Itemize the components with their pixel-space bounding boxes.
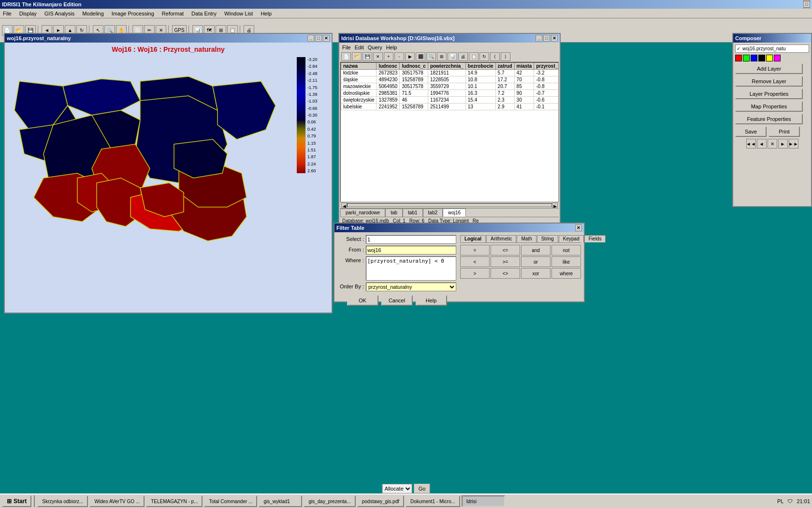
col-bezrobocie[interactable]: bezrobocie bbox=[465, 63, 495, 70]
tab-tab2[interactable]: tab2 bbox=[423, 209, 443, 217]
table-row[interactable]: śląskie489423015258789122850510.817.270-… bbox=[341, 76, 559, 83]
db-save[interactable]: 💾 bbox=[362, 52, 372, 61]
start-button[interactable]: ⊞ Start bbox=[2, 495, 31, 507]
filter-btn-and[interactable]: and bbox=[521, 245, 551, 255]
filter-btn-xor[interactable]: xor bbox=[521, 268, 551, 279]
col-miasta[interactable]: miasta bbox=[514, 63, 534, 70]
col-ludnosc[interactable]: ludnosc bbox=[377, 63, 400, 70]
nav-last[interactable]: ►► bbox=[789, 139, 798, 149]
db-menu-file[interactable]: File bbox=[342, 45, 351, 50]
db-hscrollbar[interactable]: ◄ ► bbox=[340, 202, 559, 208]
nav-next[interactable]: ► bbox=[778, 139, 788, 149]
filter-close[interactable]: ✕ bbox=[575, 224, 582, 231]
color-swatch-black[interactable] bbox=[758, 55, 765, 61]
col-przyrost[interactable]: przyrost_naturalny bbox=[534, 63, 559, 70]
menu-modeling[interactable]: Modeling bbox=[81, 11, 105, 16]
map-maximize[interactable]: □ bbox=[315, 35, 322, 42]
col-ludnosc-c[interactable]: ludnosc_c bbox=[400, 63, 428, 70]
allocate-select[interactable]: Allocate bbox=[382, 484, 412, 493]
table-row[interactable]: łódzkie267282330517578182191114.95.742-3… bbox=[341, 70, 559, 76]
db-btn6[interactable]: - bbox=[394, 52, 404, 61]
filter-btn-where[interactable]: where bbox=[551, 268, 581, 279]
color-swatch-magenta[interactable] bbox=[774, 55, 781, 61]
nav-first[interactable]: ◄◄ bbox=[746, 139, 756, 149]
col-powierzchnia[interactable]: powierzchnia_ bbox=[428, 63, 465, 70]
db-scroll-left[interactable]: ◄ bbox=[341, 203, 347, 208]
db-table[interactable]: nazwa ludnosc ludnosc_c powierzchnia_ be… bbox=[340, 62, 559, 202]
filter-orderby-select[interactable]: przyrost_naturalny bbox=[366, 283, 456, 291]
filter-tab-math[interactable]: Math bbox=[517, 235, 536, 242]
tab-tab1[interactable]: tab1 bbox=[403, 209, 422, 217]
db-menu-edit[interactable]: Edit bbox=[355, 45, 364, 50]
db-menu-help[interactable]: Help bbox=[386, 45, 397, 50]
color-swatch-blue[interactable] bbox=[751, 55, 757, 61]
filter-tab-fields[interactable]: Fields bbox=[584, 235, 606, 242]
add-layer-btn[interactable]: Add Layer bbox=[735, 63, 803, 74]
maximize-btn[interactable]: □ bbox=[803, 1, 810, 8]
menu-file[interactable]: File bbox=[2, 11, 13, 16]
db-btn14[interactable]: ↻ bbox=[479, 52, 489, 61]
db-btn15[interactable]: ⟨ bbox=[490, 52, 500, 61]
db-btn8[interactable]: ⬛ bbox=[416, 52, 425, 61]
db-btn11[interactable]: 📊 bbox=[448, 52, 457, 61]
filter-from-input[interactable] bbox=[366, 246, 456, 254]
db-new[interactable]: 📄 bbox=[341, 52, 351, 61]
filter-btn-lte[interactable]: <= bbox=[491, 245, 520, 255]
db-btn12[interactable]: 🖨 bbox=[458, 52, 468, 61]
filter-where-input[interactable]: [przyrost_naturalny] < 0 bbox=[366, 256, 456, 281]
filter-btn-not[interactable]: not bbox=[551, 245, 581, 255]
db-scroll-right[interactable]: ► bbox=[552, 203, 558, 208]
filter-btn-like[interactable]: like bbox=[551, 256, 581, 267]
composer-layer-check[interactable]: ✓ bbox=[737, 46, 740, 51]
menu-gis[interactable]: GIS Analysis bbox=[44, 11, 75, 16]
filter-ok-btn[interactable]: OK bbox=[347, 295, 378, 306]
db-scrolltrack[interactable] bbox=[347, 203, 552, 207]
taskbar-telemagazyn[interactable]: TELEMAGAZYN - p... bbox=[146, 495, 203, 507]
color-swatch-green[interactable] bbox=[743, 55, 750, 61]
map-properties-btn[interactable]: Map Properties bbox=[735, 101, 803, 112]
layer-properties-btn[interactable]: Layer Properties bbox=[735, 89, 803, 99]
db-close[interactable]: ✕ bbox=[551, 35, 558, 42]
nav-stop[interactable]: ✕ bbox=[768, 139, 777, 149]
map-minimize[interactable]: _ bbox=[307, 35, 314, 42]
taskbar-idrisi[interactable]: Idrisi bbox=[462, 495, 505, 507]
map-close[interactable]: ✕ bbox=[323, 35, 330, 42]
menu-windowlist[interactable]: Window List bbox=[223, 11, 254, 16]
table-row[interactable]: lubelskie2241952152587892511499132.941-0… bbox=[341, 104, 559, 110]
table-row[interactable]: świętokrzyskie132785946116723415.42.330-… bbox=[341, 97, 559, 104]
allocate-go-btn[interactable]: Go bbox=[414, 484, 430, 493]
filter-btn-gte[interactable]: >= bbox=[491, 256, 520, 267]
nav-prev[interactable]: ◄ bbox=[757, 139, 767, 149]
db-btn10[interactable]: ⊞ bbox=[437, 52, 447, 61]
db-open[interactable]: 📂 bbox=[352, 52, 362, 61]
db-btn4[interactable]: ✕ bbox=[373, 52, 383, 61]
db-btn13[interactable]: 📋 bbox=[469, 52, 478, 61]
filter-btn-eq[interactable]: = bbox=[460, 245, 490, 255]
menu-help[interactable]: Help bbox=[260, 11, 273, 16]
db-minimize[interactable]: _ bbox=[536, 35, 542, 42]
color-swatch-red[interactable] bbox=[735, 55, 742, 61]
taskbar-skrzynka[interactable]: Skrzynka odbiorz... bbox=[37, 495, 88, 507]
color-swatch-yellow[interactable] bbox=[766, 55, 773, 61]
col-zatrud[interactable]: zatrud bbox=[495, 63, 514, 70]
taskbar-wideo[interactable]: Wideo AVerTV GO ... bbox=[89, 495, 145, 507]
feature-properties-btn[interactable]: Feature Properties bbox=[735, 114, 803, 124]
filter-tab-keypad[interactable]: Keypad bbox=[559, 235, 584, 242]
col-nazwa[interactable]: nazwa bbox=[341, 63, 377, 70]
filter-tab-arithmetic[interactable]: Arithmetic bbox=[486, 235, 516, 242]
filter-tab-string[interactable]: String bbox=[537, 235, 558, 242]
filter-select-input[interactable] bbox=[366, 235, 456, 244]
remove-layer-btn[interactable]: Remove Layer bbox=[735, 76, 803, 87]
db-btn7[interactable]: ▶ bbox=[405, 52, 415, 61]
filter-cancel-btn[interactable]: Cancel bbox=[381, 295, 413, 306]
filter-btn-gt[interactable]: > bbox=[460, 268, 490, 279]
taskbar-podstawy[interactable]: podstawy_gis.pdf bbox=[357, 495, 404, 507]
filter-btn-lt[interactable]: < bbox=[460, 256, 490, 267]
taskbar-giswyklad[interactable]: gis_wyklad1 bbox=[259, 495, 302, 507]
filter-btn-ne[interactable]: <> bbox=[491, 268, 520, 279]
tab-parki[interactable]: parki_narodowe bbox=[340, 209, 385, 217]
filter-help-btn[interactable]: Help bbox=[416, 295, 447, 306]
taskbar-gisday[interactable]: gis_day_prezenta... bbox=[304, 495, 355, 507]
menu-dataentry[interactable]: Data Entry bbox=[190, 11, 218, 16]
filter-btn-or[interactable]: or bbox=[521, 256, 551, 267]
